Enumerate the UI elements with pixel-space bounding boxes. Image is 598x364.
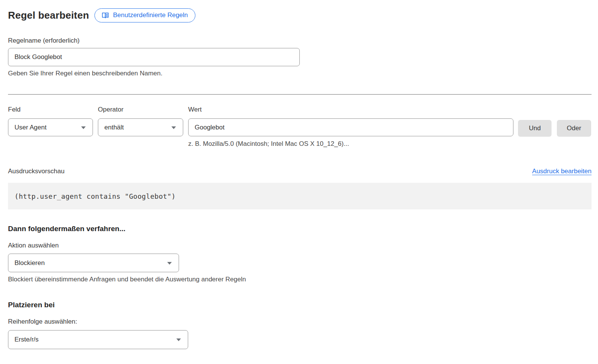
caret-down-icon	[171, 126, 176, 129]
caret-down-icon	[176, 338, 181, 341]
page-header: Regel bearbeiten Benutzerdefinierte Rege…	[8, 8, 592, 22]
operator-select-value: enthält	[104, 124, 124, 131]
order-select-value: Erste/r/s	[14, 336, 38, 343]
or-button[interactable]: Oder	[557, 120, 591, 137]
field-label: Feld	[8, 106, 93, 113]
open-book-icon	[101, 12, 109, 19]
action-section: Dann folgendermaßen verfahren... Aktion …	[8, 225, 592, 283]
value-help: z. B. Mozilla/5.0 (Macintosh; Intel Mac …	[188, 140, 513, 148]
rule-name-label: Regelname (erforderlich)	[8, 37, 80, 44]
expression-code: (http.user_agent contains "Googlebot")	[14, 192, 176, 200]
and-button[interactable]: Und	[518, 120, 552, 137]
value-column: Wert z. B. Mozilla/5.0 (Macintosh; Intel…	[188, 106, 513, 148]
rule-editor-page: Regel bearbeiten Benutzerdefinierte Rege…	[0, 0, 598, 349]
operator-label: Operator	[98, 106, 183, 113]
expression-preview-header: Ausdrucksvorschau Ausdruck bearbeiten	[8, 168, 592, 175]
caret-down-icon	[81, 126, 86, 129]
order-label: Reihenfolge auswählen:	[8, 318, 592, 326]
placement-heading: Platzieren bei	[8, 301, 592, 309]
rule-name-input[interactable]	[8, 48, 300, 66]
value-label: Wert	[188, 106, 513, 113]
edit-expression-link[interactable]: Ausdruck bearbeiten	[532, 168, 592, 175]
field-select[interactable]: User Agent	[8, 118, 93, 136]
caret-down-icon	[167, 262, 172, 265]
field-column: Feld User Agent	[8, 106, 93, 148]
placement-section: Platzieren bei Reihenfolge auswählen: Er…	[8, 301, 592, 349]
custom-rules-badge-label: Benutzerdefinierte Regeln	[113, 11, 188, 19]
action-select-value: Blockieren	[14, 259, 45, 267]
section-divider	[8, 94, 592, 95]
action-heading: Dann folgendermaßen verfahren...	[8, 225, 592, 233]
custom-rules-badge-button[interactable]: Benutzerdefinierte Regeln	[94, 8, 196, 22]
value-input[interactable]	[188, 118, 513, 136]
action-help: Blockiert übereinstimmende Anfragen und …	[8, 276, 592, 283]
expression-preview-section: Ausdrucksvorschau Ausdruck bearbeiten (h…	[8, 168, 592, 209]
operator-column: Operator enthält	[98, 106, 183, 148]
field-select-value: User Agent	[14, 124, 46, 131]
expression-preview-box: (http.user_agent contains "Googlebot")	[8, 183, 592, 209]
operator-select[interactable]: enthält	[98, 118, 183, 136]
rule-name-help: Geben Sie Ihrer Regel einen beschreibend…	[8, 70, 592, 77]
rule-name-section: Regelname (erforderlich) Geben Sie Ihrer…	[8, 37, 592, 77]
action-select[interactable]: Blockieren	[8, 254, 179, 272]
expression-preview-label: Ausdrucksvorschau	[8, 168, 64, 175]
page-title: Regel bearbeiten	[8, 10, 89, 21]
expression-builder-row: Feld User Agent Operator enthält Wert z.…	[8, 106, 592, 148]
order-select[interactable]: Erste/r/s	[8, 330, 188, 349]
action-label: Aktion auswählen	[8, 242, 592, 249]
